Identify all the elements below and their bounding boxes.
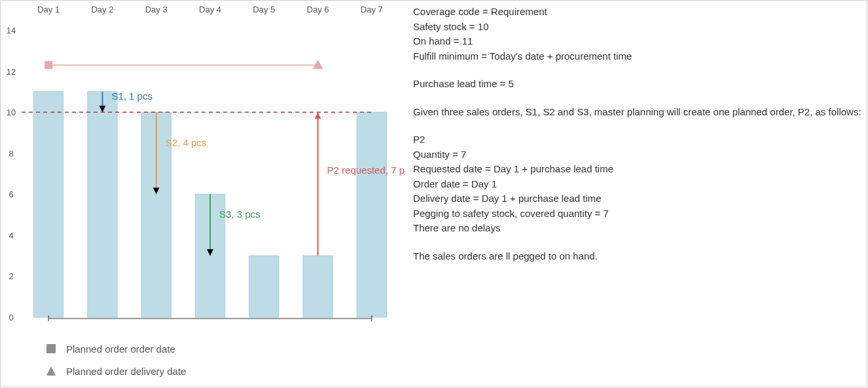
legend: Planned order order date Planned order d…	[45, 343, 186, 387]
desc-pegging-note: The sales orders are ll pegged to on han…	[413, 249, 865, 264]
legend-label: Planned order delivery date	[66, 366, 186, 376]
y-label-14: 14	[7, 26, 16, 35]
x-label-day-5: Day 5	[253, 5, 275, 14]
annotation-P2: P2 requested, 7 p	[327, 165, 405, 176]
bar-day-1	[34, 92, 63, 317]
desc-lead-time: Purchase lead time = 5	[413, 77, 865, 92]
svg-rect-2	[46, 344, 56, 353]
bar-day-5	[249, 256, 279, 317]
svg-marker-3	[46, 366, 56, 376]
desc-p2-quantity: Quantity = 7	[413, 147, 865, 163]
legend-label: Planned order order date	[66, 344, 175, 354]
desc-intro: Given three sales orders, S1, S2 and S3,…	[413, 105, 865, 120]
bar-day-7	[357, 112, 386, 317]
bar-day-6	[303, 256, 333, 317]
square-icon	[45, 61, 52, 69]
desc-coverage: Coverage code = Requirement	[413, 5, 865, 20]
diagram-frame: Day 1Day 2Day 3Day 4Day 5Day 6Day 7 0246…	[0, 0, 867, 387]
x-label-day-3: Day 3	[145, 5, 168, 14]
desc-p2-header: P2	[413, 132, 865, 147]
y-label-4: 4	[9, 230, 13, 240]
annotation-S3: S3, 3 pcs	[219, 208, 261, 220]
y-label-8: 8	[9, 148, 13, 158]
desc-safety-stock: Safety stock = 10	[413, 20, 865, 35]
y-label-10: 10	[7, 107, 16, 117]
x-axis-labels: Day 1Day 2Day 3Day 4Day 5Day 6Day 7	[22, 5, 399, 18]
desc-p2-nodelays: There are no delays	[413, 221, 865, 236]
legend-delivery-date: Planned order delivery date	[45, 365, 186, 377]
annotation-S1: S1, 1 pcs	[111, 90, 153, 102]
triangle-icon	[313, 60, 323, 69]
desc-p2-pegging: Pegging to safety stock, covered quantit…	[413, 206, 865, 222]
y-label-2: 2	[9, 271, 13, 281]
legend-order-date: Planned order order date	[45, 343, 186, 355]
square-icon	[45, 343, 57, 355]
description-panel: Coverage code = Requirement Safety stock…	[413, 5, 865, 263]
y-label-12: 12	[7, 66, 16, 76]
x-label-day-6: Day 6	[307, 5, 329, 14]
y-label-6: 6	[9, 189, 13, 199]
desc-fulfill-min: Fulfill minimum = Today's date + procure…	[413, 49, 865, 64]
desc-p2-requested: Requested date = Day 1 + purchase lead t…	[413, 162, 865, 177]
x-label-day-4: Day 4	[199, 5, 221, 14]
bar-day-2	[88, 92, 117, 317]
arrowhead-P2	[315, 112, 321, 119]
desc-p2-delivery: Delivery date = Day 1 + purchase lead ti…	[413, 191, 865, 206]
inventory-chart: 02468101214 S1, 1 pcsS2, 4 pcsS3, 3 pcsP…	[22, 30, 399, 317]
desc-p2-orderdate: Order date = Day 1	[413, 177, 865, 192]
triangle-icon	[45, 365, 57, 377]
x-label-day-1: Day 1	[37, 5, 60, 14]
x-label-day-2: Day 2	[91, 5, 113, 14]
x-label-day-7: Day 7	[361, 5, 383, 14]
annotation-S2: S2, 4 pcs	[166, 137, 207, 148]
y-label-0: 0	[9, 313, 13, 322]
desc-on-hand: On hand = 11	[413, 34, 865, 49]
